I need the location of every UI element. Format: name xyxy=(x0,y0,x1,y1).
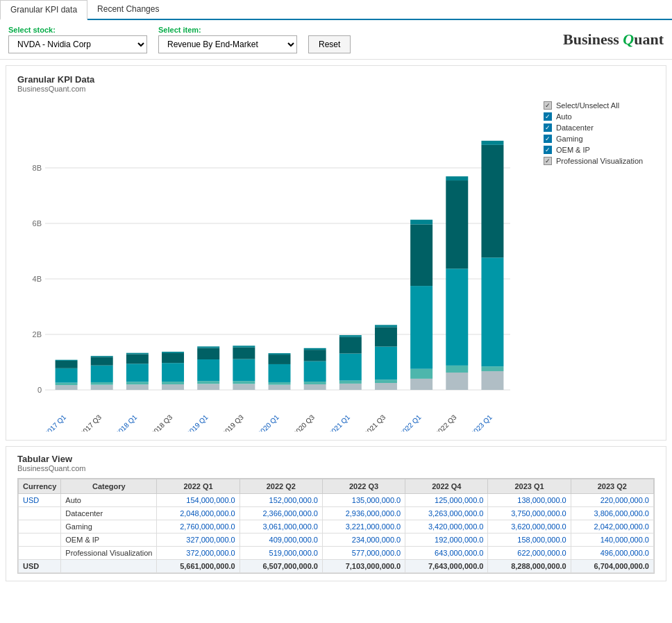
svg-rect-12 xyxy=(56,368,78,383)
svg-text:4B: 4B xyxy=(33,275,42,283)
oem-checkbox[interactable]: ✓ xyxy=(544,146,552,154)
legend-item-auto[interactable]: ✓ Auto xyxy=(544,112,655,121)
oem-label: OEM & IP xyxy=(556,146,590,154)
legend-item-oem[interactable]: ✓ OEM & IP xyxy=(544,146,655,154)
value-cell: 3,221,000,000.0 xyxy=(322,520,405,534)
table-row: Gaming2,760,000,000.03,061,000,000.03,22… xyxy=(19,520,654,534)
svg-rect-38 xyxy=(233,348,255,359)
value-cell: 125,000,000.0 xyxy=(405,494,488,507)
value-cell: 327,000,000.0 xyxy=(157,534,240,547)
table-wrapper[interactable]: Currency Category 2022 Q1 2022 Q2 2022 Q… xyxy=(17,478,655,574)
svg-rect-37 xyxy=(233,359,255,382)
svg-text:2018 Q3: 2018 Q3 xyxy=(150,413,174,432)
svg-rect-20 xyxy=(126,384,149,390)
currency-cell xyxy=(19,507,61,520)
tab-granular-kpi-label: Granular KPI data xyxy=(10,5,77,15)
value-cell: 138,000,000.0 xyxy=(488,494,571,507)
gaming-checkbox[interactable]: ✓ xyxy=(544,135,552,143)
svg-rect-58 xyxy=(375,327,397,346)
svg-rect-69 xyxy=(446,176,468,180)
tab-granular-kpi[interactable]: Granular KPI data xyxy=(0,0,87,20)
svg-rect-35 xyxy=(233,384,255,390)
svg-text:2018 Q1: 2018 Q1 xyxy=(114,413,138,432)
bar-chart: 0 2B 4B 6B 8B 2017 Q12017 Q32018 Q12018 … xyxy=(17,99,517,432)
value-cell: 2,760,000,000.0 xyxy=(157,520,240,534)
svg-rect-56 xyxy=(375,379,397,383)
category-cell: Auto xyxy=(61,494,157,507)
svg-text:2023 Q1: 2023 Q1 xyxy=(469,413,494,432)
profvis-checkbox[interactable]: ✓ xyxy=(544,157,552,165)
value-cell: 2,366,000,000.0 xyxy=(240,507,322,520)
total-value-cell: 5,661,000,000.0 xyxy=(157,560,240,573)
total-value-cell: 7,103,000,000.0 xyxy=(322,560,405,573)
chart-title: Granular KPI Data xyxy=(17,74,655,85)
svg-rect-40 xyxy=(269,385,291,390)
svg-rect-14 xyxy=(56,360,78,361)
svg-rect-19 xyxy=(91,356,113,357)
svg-rect-34 xyxy=(197,346,219,348)
value-cell: 3,420,000,000.0 xyxy=(405,520,488,534)
svg-text:2B: 2B xyxy=(33,330,42,339)
col-header-2022q3: 2022 Q3 xyxy=(322,479,405,494)
value-cell: 496,000,000.0 xyxy=(571,547,653,560)
svg-rect-68 xyxy=(446,180,468,268)
svg-rect-22 xyxy=(126,364,149,382)
svg-rect-67 xyxy=(446,268,468,366)
value-cell: 140,000,000.0 xyxy=(571,534,653,547)
table-row: Datacenter2,048,000,000.02,366,000,000.0… xyxy=(19,507,654,520)
select-all-label: Select/Unselect All xyxy=(556,101,619,110)
legend-item-gaming[interactable]: ✓ Gaming xyxy=(544,135,655,143)
reset-button[interactable]: Reset xyxy=(308,35,351,53)
svg-text:2019 Q1: 2019 Q1 xyxy=(185,413,210,432)
value-cell: 2,042,000,000.0 xyxy=(571,520,653,534)
legend-item-profvis[interactable]: ✓ Professional Visualization xyxy=(544,157,655,165)
total-value-cell: 6,704,000,000.0 xyxy=(571,560,653,573)
svg-rect-63 xyxy=(410,224,432,286)
svg-rect-52 xyxy=(339,354,362,381)
item-select[interactable]: Revenue By End-Market xyxy=(158,35,297,53)
svg-rect-36 xyxy=(233,381,255,384)
legend-select-all[interactable]: ✓ Select/Unselect All xyxy=(544,101,655,110)
datacenter-checkbox[interactable]: ✓ xyxy=(544,123,552,132)
svg-rect-10 xyxy=(56,385,78,390)
tab-recent-changes[interactable]: Recent Changes xyxy=(87,0,169,19)
data-table: Currency Category 2022 Q1 2022 Q2 2022 Q… xyxy=(18,479,654,573)
value-cell: 3,806,000,000.0 xyxy=(571,507,653,520)
svg-rect-29 xyxy=(162,352,184,353)
svg-rect-15 xyxy=(91,385,113,390)
value-cell: 135,000,000.0 xyxy=(322,494,405,507)
stock-select[interactable]: NVDA - Nvidia Corp xyxy=(8,35,147,53)
value-cell: 622,000,000.0 xyxy=(488,547,571,560)
total-value-cell: 8,288,000,000.0 xyxy=(488,560,571,573)
logo: Business Quant xyxy=(563,31,664,49)
svg-rect-13 xyxy=(56,361,78,368)
svg-rect-26 xyxy=(162,382,184,384)
value-cell: 234,000,000.0 xyxy=(322,534,405,547)
category-cell: OEM & IP xyxy=(61,534,157,547)
svg-text:2021 Q1: 2021 Q1 xyxy=(327,413,351,432)
svg-rect-45 xyxy=(304,384,326,390)
select-all-checkbox[interactable]: ✓ xyxy=(544,101,552,110)
svg-rect-53 xyxy=(339,337,362,354)
value-cell: 409,000,000.0 xyxy=(240,534,322,547)
total-category xyxy=(61,560,157,573)
value-cell: 158,000,000.0 xyxy=(488,534,571,547)
legend: ✓ Select/Unselect All ✓ Auto ✓ Datacente… xyxy=(544,99,655,432)
svg-rect-66 xyxy=(446,366,468,373)
svg-rect-44 xyxy=(269,353,291,355)
chart-section: Granular KPI Data BusinessQuant.com 0 2B… xyxy=(6,65,666,441)
svg-text:6B: 6B xyxy=(33,219,42,228)
svg-rect-73 xyxy=(481,145,503,258)
svg-rect-57 xyxy=(375,347,397,380)
svg-rect-54 xyxy=(339,335,362,337)
svg-rect-27 xyxy=(162,363,184,382)
svg-text:2020 Q3: 2020 Q3 xyxy=(292,413,316,432)
svg-rect-17 xyxy=(91,366,113,382)
legend-item-datacenter[interactable]: ✓ Datacenter xyxy=(544,123,655,132)
svg-rect-31 xyxy=(197,381,219,384)
svg-rect-24 xyxy=(126,353,149,355)
svg-rect-64 xyxy=(410,220,432,225)
svg-rect-65 xyxy=(446,373,468,390)
svg-text:2017 Q1: 2017 Q1 xyxy=(43,413,67,432)
auto-checkbox[interactable]: ✓ xyxy=(544,112,552,121)
